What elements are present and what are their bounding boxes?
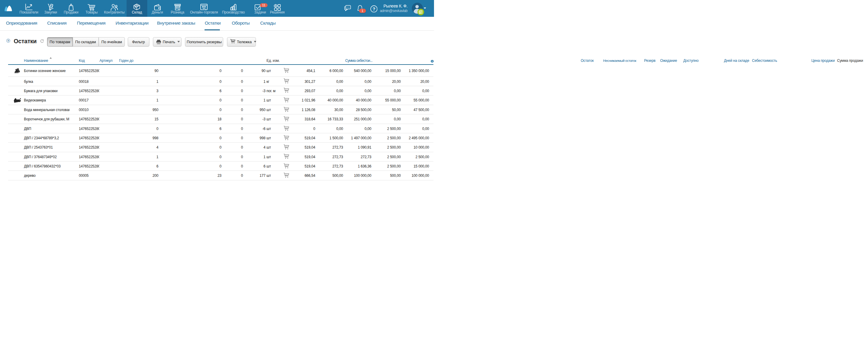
svg-text:?: ?	[7, 39, 9, 42]
svg-text:?: ?	[373, 6, 375, 11]
